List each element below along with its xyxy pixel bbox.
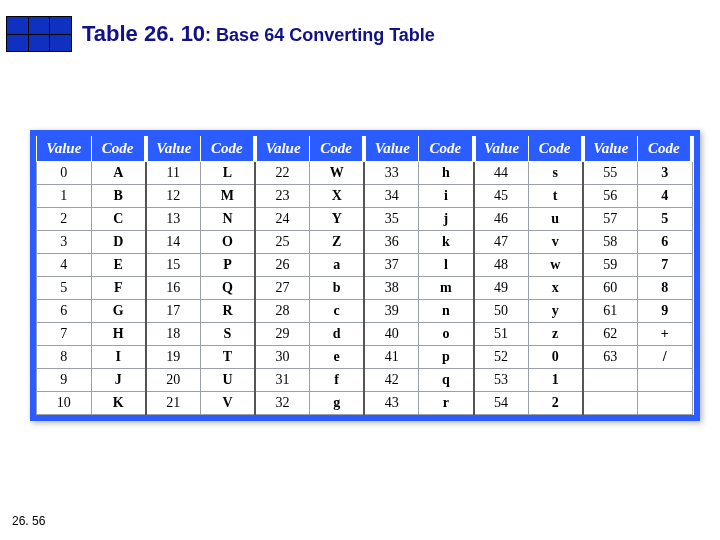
value-cell: 40 bbox=[364, 323, 419, 346]
code-cell: i bbox=[419, 185, 474, 208]
code-cell: 7 bbox=[637, 254, 692, 277]
table-row: 6G17R28c39n50y619 bbox=[37, 300, 693, 323]
code-cell: U bbox=[200, 369, 255, 392]
code-cell: Y bbox=[310, 208, 365, 231]
value-cell: 44 bbox=[474, 162, 529, 185]
value-cell: 53 bbox=[474, 369, 529, 392]
value-cell: 31 bbox=[255, 369, 310, 392]
value-cell: 7 bbox=[37, 323, 92, 346]
col-header: Value bbox=[146, 136, 201, 162]
value-cell: 49 bbox=[474, 277, 529, 300]
value-cell bbox=[583, 369, 638, 392]
code-cell: s bbox=[528, 162, 583, 185]
value-cell: 0 bbox=[37, 162, 92, 185]
code-cell: F bbox=[91, 277, 146, 300]
col-header: Code bbox=[200, 136, 255, 162]
value-cell: 58 bbox=[583, 231, 638, 254]
code-cell: X bbox=[310, 185, 365, 208]
value-cell: 3 bbox=[37, 231, 92, 254]
code-cell: 4 bbox=[637, 185, 692, 208]
value-cell: 13 bbox=[146, 208, 201, 231]
code-cell: D bbox=[91, 231, 146, 254]
code-cell: f bbox=[310, 369, 365, 392]
table-row: 5F16Q27b38m49x608 bbox=[37, 277, 693, 300]
value-cell: 41 bbox=[364, 346, 419, 369]
value-cell: 11 bbox=[146, 162, 201, 185]
value-cell: 39 bbox=[364, 300, 419, 323]
code-cell: g bbox=[310, 392, 365, 415]
value-cell: 42 bbox=[364, 369, 419, 392]
value-cell: 25 bbox=[255, 231, 310, 254]
value-cell: 5 bbox=[37, 277, 92, 300]
value-cell: 51 bbox=[474, 323, 529, 346]
code-cell: M bbox=[200, 185, 255, 208]
code-cell: K bbox=[91, 392, 146, 415]
value-cell: 1 bbox=[37, 185, 92, 208]
title-sub: : Base 64 Converting Table bbox=[205, 25, 435, 45]
table-row: 8I19T30e41p52063/ bbox=[37, 346, 693, 369]
value-cell: 21 bbox=[146, 392, 201, 415]
value-cell: 62 bbox=[583, 323, 638, 346]
value-cell: 23 bbox=[255, 185, 310, 208]
code-cell: Q bbox=[200, 277, 255, 300]
code-cell: l bbox=[419, 254, 474, 277]
code-cell: T bbox=[200, 346, 255, 369]
value-cell: 34 bbox=[364, 185, 419, 208]
col-header: Value bbox=[37, 136, 92, 162]
value-cell: 56 bbox=[583, 185, 638, 208]
value-cell: 6 bbox=[37, 300, 92, 323]
col-header: Code bbox=[419, 136, 474, 162]
col-header: Code bbox=[637, 136, 692, 162]
code-cell: O bbox=[200, 231, 255, 254]
value-cell: 27 bbox=[255, 277, 310, 300]
code-cell: j bbox=[419, 208, 474, 231]
code-cell: n bbox=[419, 300, 474, 323]
value-cell: 59 bbox=[583, 254, 638, 277]
value-cell: 15 bbox=[146, 254, 201, 277]
code-cell: / bbox=[637, 346, 692, 369]
table-row: 3D14O25Z36k47v586 bbox=[37, 231, 693, 254]
code-cell: G bbox=[91, 300, 146, 323]
code-cell: 2 bbox=[528, 392, 583, 415]
code-cell: b bbox=[310, 277, 365, 300]
value-cell bbox=[583, 392, 638, 415]
value-cell: 18 bbox=[146, 323, 201, 346]
col-header: Code bbox=[528, 136, 583, 162]
value-cell: 38 bbox=[364, 277, 419, 300]
code-cell: 3 bbox=[637, 162, 692, 185]
col-header: Code bbox=[91, 136, 146, 162]
value-cell: 32 bbox=[255, 392, 310, 415]
code-cell: N bbox=[200, 208, 255, 231]
code-cell bbox=[637, 392, 692, 415]
table-row: 10K21V32g43r542 bbox=[37, 392, 693, 415]
value-cell: 17 bbox=[146, 300, 201, 323]
code-cell: r bbox=[419, 392, 474, 415]
code-cell: 8 bbox=[637, 277, 692, 300]
code-cell: S bbox=[200, 323, 255, 346]
value-cell: 4 bbox=[37, 254, 92, 277]
code-cell: c bbox=[310, 300, 365, 323]
code-cell: H bbox=[91, 323, 146, 346]
value-cell: 33 bbox=[364, 162, 419, 185]
value-cell: 46 bbox=[474, 208, 529, 231]
value-cell: 47 bbox=[474, 231, 529, 254]
table-row: 7H18S29d40o51z62+ bbox=[37, 323, 693, 346]
code-cell: 0 bbox=[528, 346, 583, 369]
code-cell: 6 bbox=[637, 231, 692, 254]
code-cell: d bbox=[310, 323, 365, 346]
code-cell: 1 bbox=[528, 369, 583, 392]
base64-table: ValueCodeValueCodeValueCodeValueCodeValu… bbox=[36, 136, 694, 415]
code-cell: t bbox=[528, 185, 583, 208]
value-cell: 16 bbox=[146, 277, 201, 300]
code-cell: V bbox=[200, 392, 255, 415]
value-cell: 12 bbox=[146, 185, 201, 208]
col-header: Value bbox=[364, 136, 419, 162]
value-cell: 43 bbox=[364, 392, 419, 415]
code-cell: h bbox=[419, 162, 474, 185]
value-cell: 14 bbox=[146, 231, 201, 254]
code-cell: 9 bbox=[637, 300, 692, 323]
code-cell: x bbox=[528, 277, 583, 300]
code-cell: E bbox=[91, 254, 146, 277]
code-cell: o bbox=[419, 323, 474, 346]
table-row: 9J20U31f42q531 bbox=[37, 369, 693, 392]
